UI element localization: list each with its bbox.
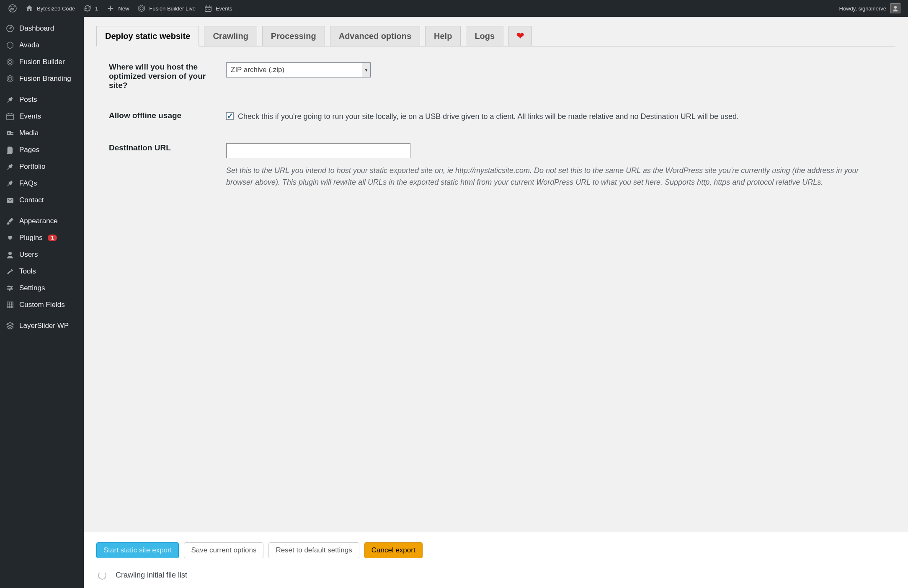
wrench-icon — [6, 267, 14, 276]
reset-defaults-button[interactable]: Reset to default settings — [268, 542, 359, 558]
host-select[interactable]: ZIP archive (.zip) ▼ — [226, 62, 371, 77]
tab-help[interactable]: Help — [425, 26, 461, 46]
svg-marker-7 — [7, 42, 13, 49]
sidebar-item-fusion-branding[interactable]: Fusion Branding — [0, 70, 84, 87]
export-status: Crawling initial file list — [96, 571, 895, 580]
sidebar-item-label: Pages — [19, 146, 39, 154]
home-icon — [25, 4, 34, 13]
layers-icon — [6, 322, 14, 330]
sidebar-item-label: Media — [19, 129, 39, 137]
offline-help-text: Check this if you're going to run your s… — [238, 111, 739, 122]
user-avatar — [890, 3, 900, 13]
updates-link[interactable]: 1 — [79, 0, 102, 17]
sidebar-item-tools[interactable]: Tools — [0, 263, 84, 280]
site-name-link[interactable]: Bytesized Code — [21, 0, 79, 17]
fusion-icon — [6, 58, 14, 66]
adminbar-left: Bytesized Code 1 New Fusion Builder Live… — [4, 0, 237, 17]
save-options-button[interactable]: Save current options — [184, 542, 263, 558]
sidebar-item-label: Events — [19, 112, 41, 121]
adminbar-right[interactable]: Howdy, signalnerve — [839, 3, 904, 13]
sidebar-item-label: Fusion Branding — [19, 75, 71, 83]
sidebar-item-contact[interactable]: Contact — [0, 192, 84, 209]
pin-icon — [6, 95, 14, 104]
main-content: Deploy static websiteCrawlingProcessingA… — [84, 17, 908, 588]
media-icon — [6, 129, 14, 137]
svg-marker-11 — [8, 77, 12, 80]
calendar-icon — [6, 112, 14, 121]
destination-url-input[interactable] — [226, 143, 410, 158]
svg-point-17 — [11, 288, 12, 289]
heart-icon: ❤ — [516, 31, 524, 41]
sidebar-item-events[interactable]: Events — [0, 108, 84, 125]
spinner-icon — [98, 571, 106, 580]
sidebar-item-avada[interactable]: Avada — [0, 37, 84, 54]
svg-point-18 — [9, 289, 10, 291]
svg-marker-1 — [139, 5, 144, 12]
sidebar-item-fusion-builder[interactable]: Fusion Builder — [0, 54, 84, 70]
offline-label: Allow offline usage — [109, 111, 226, 120]
svg-point-6 — [10, 28, 11, 29]
tab-advanced-options[interactable]: Advanced options — [330, 26, 420, 46]
tab-logs[interactable]: Logs — [466, 26, 503, 46]
svg-point-4 — [894, 6, 897, 8]
sidebar-item-custom-fields[interactable]: Custom Fields — [0, 297, 84, 313]
fusion-builder-label: Fusion Builder Live — [149, 5, 196, 12]
calendar-icon — [204, 4, 212, 13]
sidebar-item-users[interactable]: Users — [0, 246, 84, 263]
sidebar-item-dashboard[interactable]: Dashboard — [0, 20, 84, 37]
events-label: Events — [216, 5, 232, 12]
action-buttons: Start static site export Save current op… — [96, 542, 895, 558]
host-select-value: ZIP archive (.zip) — [231, 66, 284, 74]
fusion-icon — [6, 75, 14, 83]
sidebar-item-label: Fusion Builder — [19, 58, 65, 66]
wordpress-logo-menu[interactable] — [4, 0, 21, 17]
cancel-export-button[interactable]: Cancel export — [364, 542, 423, 558]
tab-crawling[interactable]: Crawling — [204, 26, 257, 46]
pin-icon — [6, 179, 14, 188]
sidebar-item-pages[interactable]: Pages — [0, 142, 84, 158]
brush-icon — [6, 217, 14, 225]
new-content-link[interactable]: New — [102, 0, 133, 17]
fusion-icon — [137, 4, 146, 13]
sidebar-item-label: Plugins — [19, 234, 43, 242]
sidebar-item-label: Users — [19, 250, 38, 259]
howdy-text: Howdy, signalnerve — [839, 5, 886, 12]
refresh-icon — [83, 4, 92, 13]
sidebar-item-label: Custom Fields — [19, 301, 65, 309]
svg-marker-9 — [8, 60, 12, 64]
sidebar-item-media[interactable]: Media — [0, 125, 84, 142]
svg-rect-19 — [7, 302, 13, 308]
sidebar-item-appearance[interactable]: Appearance — [0, 213, 84, 230]
admin-toolbar: Bytesized Code 1 New Fusion Builder Live… — [0, 0, 908, 17]
new-label: New — [118, 5, 129, 12]
pages-icon — [6, 146, 14, 154]
fusion-builder-live-link[interactable]: Fusion Builder Live — [133, 0, 200, 17]
sidebar-item-portfolio[interactable]: Portfolio — [0, 158, 84, 175]
svg-point-13 — [8, 132, 10, 134]
dashboard-icon — [6, 24, 14, 33]
sidebar-item-label: Posts — [19, 95, 37, 104]
wordpress-logo-icon — [8, 4, 17, 13]
tab-deploy-static-website[interactable]: Deploy static website — [96, 26, 199, 46]
offline-checkbox[interactable]: ✓ — [226, 112, 234, 120]
avada-icon — [6, 41, 14, 49]
events-link[interactable]: Events — [200, 0, 237, 17]
mail-icon — [6, 196, 14, 204]
sidebar-item-plugins[interactable]: Plugins1 — [0, 230, 84, 246]
admin-sidebar: DashboardAvadaFusion BuilderFusion Brand… — [0, 17, 84, 588]
tab-processing[interactable]: Processing — [262, 26, 325, 46]
update-badge: 1 — [48, 235, 57, 241]
svg-marker-8 — [7, 59, 13, 65]
tab-donate[interactable]: ❤ — [508, 26, 532, 46]
sidebar-item-layerslider-wp[interactable]: LayerSlider WP — [0, 317, 84, 334]
sidebar-item-faqs[interactable]: FAQs — [0, 175, 84, 192]
sidebar-item-label: Avada — [19, 41, 39, 49]
sidebar-item-label: Portfolio — [19, 162, 45, 171]
sidebar-item-label: FAQs — [19, 179, 37, 188]
sidebar-item-settings[interactable]: Settings — [0, 280, 84, 297]
sidebar-item-posts[interactable]: Posts — [0, 91, 84, 108]
svg-point-15 — [8, 252, 12, 255]
sliders-icon — [6, 284, 14, 292]
settings-form: Where will you host the optimized versio… — [96, 46, 895, 205]
start-export-button[interactable]: Start static site export — [96, 542, 179, 558]
